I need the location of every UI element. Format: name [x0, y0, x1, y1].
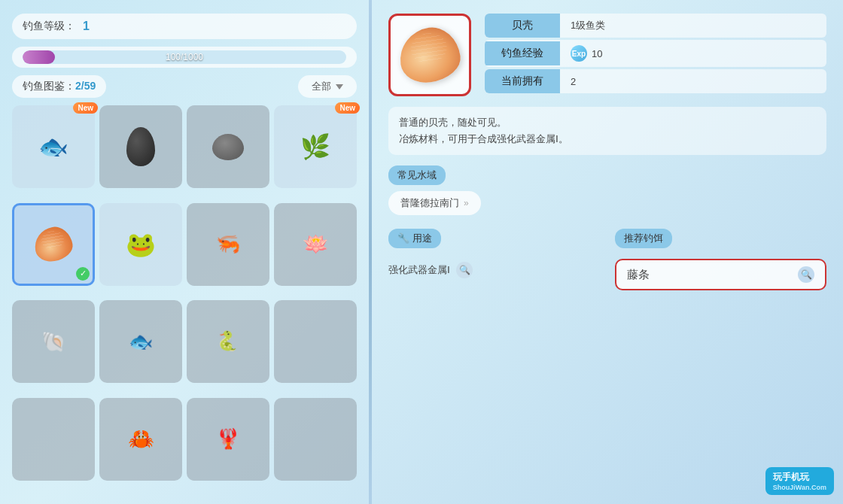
grid-cell-6[interactable]: 🐸 [99, 203, 182, 286]
common-water-section: 常见水域 普隆德拉南门 » [388, 165, 826, 215]
usage-bait-section: 🔧用途 强化武器金属Ⅰ 🔍 推荐钓饵 藤条 🔍 [388, 229, 826, 290]
grid-cell-3[interactable] [187, 105, 269, 188]
chevron-down-icon [336, 84, 343, 90]
catalog-label: 钓鱼图鉴：2/59 [12, 75, 106, 98]
watermark: 玩手机玩 ShouJiWan.Com [765, 467, 834, 495]
grid-cell-5[interactable]: ✓ [12, 203, 95, 286]
catalog-header: 钓鱼图鉴：2/59 全部 [12, 75, 357, 98]
common-water-label: 常见水域 [388, 165, 446, 185]
bait-search-icon[interactable]: 🔍 [798, 266, 814, 283]
xp-bar-text: 100/1000 [166, 52, 203, 62]
bait-column: 推荐钓饵 藤条 🔍 [615, 229, 826, 290]
egg-icon [126, 127, 155, 166]
bait-name: 藤条 [627, 268, 650, 282]
owned-value: 2 [560, 71, 586, 93]
double-arrow-icon: » [464, 198, 469, 208]
grid-cell-7[interactable]: 🦐 [187, 203, 269, 286]
usage-label: 🔧用途 [388, 229, 441, 248]
fish-grid: New 🐟 New 🌿 ✓ 🐸 🦐 🪷 🐚 [12, 105, 357, 490]
shell-large-icon [396, 24, 463, 86]
xp-bar-fill [23, 50, 55, 64]
owned-row: 当前拥有 2 [485, 69, 826, 93]
grid-cell-10[interactable]: 🐟 [99, 300, 182, 383]
grid-cell-8[interactable]: 🪷 [274, 203, 357, 286]
grid-cell-1[interactable]: New 🐟 [12, 105, 95, 188]
rock-icon [212, 134, 244, 160]
grid-cell-2[interactable] [99, 105, 182, 188]
bait-box: 藤条 🔍 [615, 259, 826, 290]
item-description: 普通的贝壳，随处可见。 冶炼材料，可用于合成强化武器金属Ⅰ。 [388, 107, 826, 155]
item-info: 贝壳 1级鱼类 钓鱼经验 Exp 10 当前拥有 2 [485, 14, 826, 96]
item-header: 贝壳 1级鱼类 钓鱼经验 Exp 10 当前拥有 2 [388, 14, 826, 96]
usage-search-icon[interactable]: 🔍 [456, 262, 473, 278]
item-name-row: 贝壳 1级鱼类 [485, 14, 826, 38]
fishing-level-label: 钓鱼等级： [23, 20, 75, 33]
new-badge: New [73, 102, 98, 114]
item-name-label: 贝壳 [485, 14, 560, 38]
grid-cell-14[interactable]: 🦀 [99, 398, 182, 481]
exp-icon: Exp [571, 45, 587, 62]
grid-cell-9[interactable]: 🐚 [12, 300, 95, 383]
grid-cell-11[interactable]: 🐍 [187, 300, 269, 383]
item-level-value: 1级鱼类 [560, 14, 616, 38]
grid-cell-12[interactable] [274, 300, 357, 383]
owned-label: 当前拥有 [485, 69, 560, 93]
fishing-level-bar: 钓鱼等级： 1 [12, 14, 357, 39]
exp-row: 钓鱼经验 Exp 10 [485, 40, 826, 67]
exp-value: Exp 10 [560, 40, 613, 67]
checkmark-icon: ✓ [76, 267, 90, 281]
bait-label: 推荐钓饵 [615, 229, 672, 248]
left-panel: 钓鱼等级： 1 100/1000 钓鱼图鉴：2/59 全部 New 🐟 [0, 0, 369, 504]
xp-bar-container: 100/1000 [12, 47, 357, 68]
usage-item-1: 强化武器金属Ⅰ 🔍 [388, 259, 600, 281]
new-badge-2: New [335, 102, 360, 114]
catalog-count: 2/59 [75, 80, 96, 92]
catalog-filter-button[interactable]: 全部 [298, 75, 357, 98]
grid-cell-13[interactable] [12, 398, 95, 481]
fishing-level-value: 1 [83, 20, 90, 33]
grid-cell-16[interactable] [274, 398, 357, 481]
location-pill[interactable]: 普隆德拉南门 » [388, 191, 481, 215]
item-image-box [388, 14, 471, 96]
grid-cell-15[interactable]: 🦞 [187, 398, 269, 481]
grid-cell-4[interactable]: New 🌿 [274, 105, 357, 188]
shell-icon [32, 224, 75, 264]
right-panel: 贝壳 1级鱼类 钓鱼经验 Exp 10 当前拥有 2 普通的贝壳，随处可见。 冶… [372, 0, 843, 504]
exp-label: 钓鱼经验 [485, 41, 560, 65]
usage-column: 🔧用途 强化武器金属Ⅰ 🔍 [388, 229, 600, 281]
